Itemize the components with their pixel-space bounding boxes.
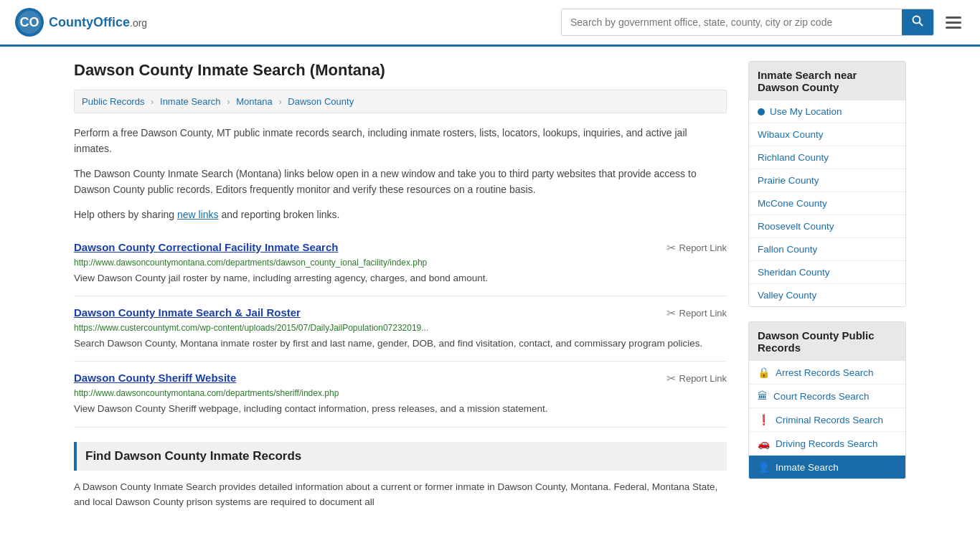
- breadcrumb-inmate-search[interactable]: Inmate Search: [160, 96, 221, 107]
- search-icon: [912, 15, 923, 27]
- inmate-search-label: Inmate Search: [776, 462, 839, 473]
- arrest-records-label: Arrest Records Search: [776, 367, 874, 378]
- sidebar: Inmate Search near Dawson County Use My …: [748, 61, 906, 513]
- result-url-3: http://www.dawsoncountymontana.com/depar…: [74, 388, 727, 398]
- site-header: CO CountyOffice.org: [0, 0, 980, 47]
- intro-para-2: The Dawson County Inmate Search (Montana…: [74, 166, 727, 198]
- result-card-header-2: Dawson County Inmate Search & Jail Roste…: [74, 306, 727, 320]
- new-links-link[interactable]: new links: [177, 209, 219, 220]
- use-location-label: Use My Location: [770, 106, 842, 117]
- report-link-1[interactable]: ✂ Report Link: [666, 241, 727, 255]
- report-link-label-3: Report Link: [679, 373, 727, 384]
- nearby-roosevelt[interactable]: Roosevelt County: [749, 215, 905, 237]
- hamburger-line: [946, 17, 961, 19]
- nearby-mccone[interactable]: McCone County: [749, 192, 905, 215]
- breadcrumb-public-records[interactable]: Public Records: [82, 96, 144, 107]
- richland-county-link[interactable]: Richland County: [749, 146, 905, 169]
- nearby-fallon[interactable]: Fallon County: [749, 237, 905, 260]
- mccone-county-label: McCone County: [758, 198, 827, 209]
- roosevelt-county-link[interactable]: Roosevelt County: [749, 215, 905, 237]
- svg-line-4: [920, 23, 923, 27]
- logo-area: CO CountyOffice.org: [14, 7, 147, 37]
- result-card-2: Dawson County Inmate Search & Jail Roste…: [74, 296, 727, 362]
- use-location-item[interactable]: Use My Location: [749, 100, 905, 123]
- pub-rec-criminal[interactable]: ❗ Criminal Records Search: [749, 408, 905, 431]
- pub-rec-inmate[interactable]: 👤 Inmate Search: [749, 455, 905, 479]
- result-card-1: Dawson County Correctional Facility Inma…: [74, 231, 727, 296]
- court-records-link[interactable]: 🏛 Court Records Search: [749, 385, 905, 408]
- result-title-1[interactable]: Dawson County Correctional Facility Inma…: [74, 241, 338, 253]
- wibaux-county-link[interactable]: Wibaux County: [749, 123, 905, 146]
- nearby-prairie[interactable]: Prairie County: [749, 169, 905, 192]
- richland-county-label: Richland County: [758, 152, 829, 163]
- search-bar: [561, 9, 934, 36]
- svg-point-3: [913, 17, 920, 24]
- prairie-county-link[interactable]: Prairie County: [749, 169, 905, 192]
- report-icon-1: ✂: [666, 241, 676, 255]
- result-desc-3: View Dawson County Sheriff webpage, incl…: [74, 402, 727, 416]
- pub-rec-court[interactable]: 🏛 Court Records Search: [749, 384, 905, 408]
- report-link-2[interactable]: ✂ Report Link: [666, 306, 727, 320]
- nearby-wibaux[interactable]: Wibaux County: [749, 123, 905, 146]
- pub-rec-arrest[interactable]: 🔒 Arrest Records Search: [749, 361, 905, 384]
- svg-text:CO: CO: [20, 15, 39, 29]
- driving-records-link[interactable]: 🚗 Driving Records Search: [749, 432, 905, 455]
- breadcrumb-sep: ›: [278, 96, 281, 107]
- arrest-records-link[interactable]: 🔒 Arrest Records Search: [749, 361, 905, 384]
- valley-county-label: Valley County: [758, 290, 816, 301]
- valley-county-link[interactable]: Valley County: [749, 284, 905, 306]
- result-title-3[interactable]: Dawson County Sheriff Website: [74, 372, 236, 384]
- sheridan-county-link[interactable]: Sheridan County: [749, 261, 905, 283]
- driving-records-label: Driving Records Search: [776, 438, 878, 449]
- report-link-3[interactable]: ✂ Report Link: [666, 372, 727, 385]
- result-card-header-1: Dawson County Correctional Facility Inma…: [74, 241, 727, 255]
- criminal-records-label: Criminal Records Search: [776, 415, 883, 425]
- page-title: Dawson County Inmate Search (Montana): [74, 61, 727, 80]
- breadcrumb-montana[interactable]: Montana: [236, 96, 273, 107]
- location-dot-icon: [758, 108, 765, 116]
- criminal-icon: ❗: [758, 414, 770, 425]
- wibaux-county-label: Wibaux County: [758, 129, 824, 140]
- breadcrumb: Public Records › Inmate Search › Montana…: [74, 90, 727, 113]
- breadcrumb-sep: ›: [151, 96, 154, 107]
- intro-para-1: Perform a free Dawson County, MT public …: [74, 125, 727, 157]
- intro-para-3: Help others by sharing new links and rep…: [74, 207, 727, 222]
- nearby-title: Inmate Search near Dawson County: [749, 62, 905, 100]
- driving-icon: 🚗: [758, 438, 770, 449]
- public-records-title: Dawson County Public Records: [749, 322, 905, 361]
- court-records-label: Court Records Search: [773, 391, 870, 402]
- arrest-icon: 🔒: [758, 367, 770, 378]
- find-section-title: Find Dawson County Inmate Records: [74, 442, 727, 471]
- nearby-sheridan[interactable]: Sheridan County: [749, 260, 905, 283]
- hamburger-button[interactable]: [941, 12, 966, 33]
- nearby-valley[interactable]: Valley County: [749, 283, 905, 306]
- logo-icon: CO: [14, 7, 44, 37]
- result-title-2[interactable]: Dawson County Inmate Search & Jail Roste…: [74, 306, 301, 319]
- breadcrumb-dawson-county[interactable]: Dawson County: [288, 96, 354, 107]
- logo-text: CountyOffice.org: [49, 15, 147, 30]
- page-container: Dawson County Inmate Search (Montana) Pu…: [60, 47, 920, 527]
- result-desc-1: View Dawson County jail roster by name, …: [74, 271, 727, 286]
- search-button[interactable]: [902, 9, 933, 35]
- public-records-list: 🔒 Arrest Records Search 🏛 Court Records …: [749, 361, 905, 479]
- header-right: [561, 9, 966, 36]
- breadcrumb-sep: ›: [227, 96, 230, 107]
- hamburger-line: [946, 22, 961, 24]
- use-location-link[interactable]: Use My Location: [749, 100, 905, 123]
- inmate-search-link[interactable]: 👤 Inmate Search: [749, 456, 905, 479]
- nearby-box: Inmate Search near Dawson County Use My …: [748, 61, 906, 307]
- report-link-label-2: Report Link: [679, 308, 727, 319]
- criminal-records-link[interactable]: ❗ Criminal Records Search: [749, 408, 905, 431]
- result-url-2: https://www.custercountymt.com/wp-conten…: [74, 323, 727, 333]
- nearby-richland[interactable]: Richland County: [749, 146, 905, 169]
- pub-rec-driving[interactable]: 🚗 Driving Records Search: [749, 431, 905, 455]
- result-card-3: Dawson County Sheriff Website ✂ Report L…: [74, 362, 727, 427]
- fallon-county-link[interactable]: Fallon County: [749, 238, 905, 260]
- court-icon: 🏛: [758, 390, 768, 402]
- mccone-county-link[interactable]: McCone County: [749, 192, 905, 215]
- report-link-label-1: Report Link: [679, 242, 727, 253]
- roosevelt-county-label: Roosevelt County: [758, 221, 834, 232]
- search-input[interactable]: [562, 9, 902, 35]
- public-records-box: Dawson County Public Records 🔒 Arrest Re…: [748, 321, 906, 479]
- inmate-icon: 👤: [758, 461, 770, 473]
